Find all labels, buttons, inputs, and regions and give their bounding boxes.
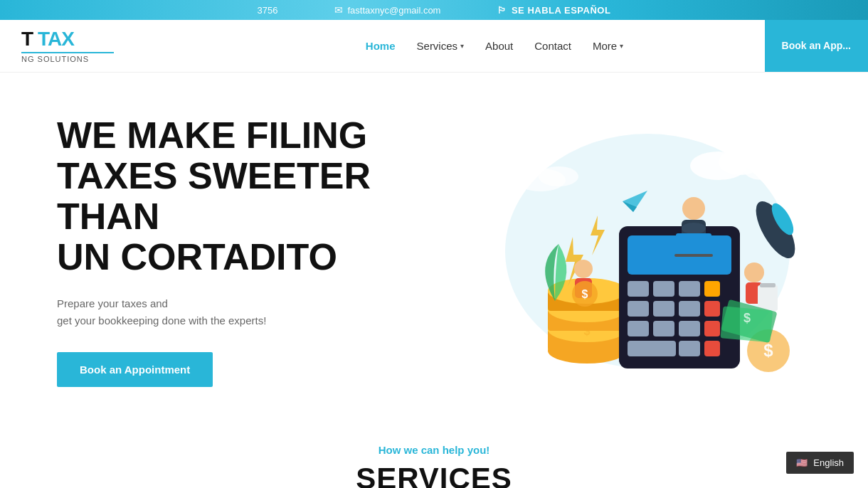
logo-text: T TAX	[21, 28, 114, 51]
language-badge[interactable]: 🇺🇸 English	[786, 452, 854, 474]
svg-point-3	[743, 159, 779, 180]
logo-line	[21, 52, 114, 53]
svg-point-44	[744, 262, 764, 282]
svg-rect-27	[704, 321, 720, 336]
svg-point-40	[574, 260, 593, 278]
services-title: SERVICES	[14, 462, 854, 488]
svg-rect-25	[653, 321, 674, 336]
svg-rect-26	[679, 321, 700, 336]
hero-section: WE MAKE FILING TAXES SWEETER THAN UN COR…	[0, 73, 868, 415]
hero-text-area: WE MAKE FILING TAXES SWEETER THAN UN COR…	[57, 115, 427, 387]
language-label: English	[813, 457, 844, 468]
svg-point-31	[682, 197, 705, 220]
nav-more[interactable]: More ▾	[593, 40, 623, 52]
svg-rect-24	[628, 321, 649, 336]
svg-text:$: $	[763, 341, 773, 360]
nav-about[interactable]: About	[485, 40, 513, 52]
svg-rect-21	[653, 301, 674, 317]
navbar: T TAX NG SOLUTIONS Home Services ▾ About…	[0, 20, 868, 73]
services-teaser: How we can help you! SERVICES	[0, 415, 868, 488]
services-arrow-icon: ▾	[460, 42, 464, 50]
svg-rect-46	[758, 285, 778, 311]
hero-subtitle: Prepare your taxes and get your bookkeep…	[57, 295, 427, 329]
hero-book-button[interactable]: Book an Appointment	[57, 352, 213, 387]
logo: T TAX NG SOLUTIONS	[21, 28, 114, 63]
hero-title: WE MAKE FILING TAXES SWEETER THAN UN COR…	[57, 115, 427, 278]
svg-rect-47	[760, 283, 776, 287]
svg-rect-28	[628, 341, 676, 356]
flag-emoji: 🏳	[497, 5, 507, 16]
svg-rect-17	[653, 281, 674, 297]
svg-text:$: $	[584, 325, 591, 337]
svg-rect-22	[679, 301, 700, 317]
svg-rect-16	[628, 281, 649, 297]
svg-rect-18	[679, 281, 700, 297]
illustration-svg: $	[448, 123, 804, 379]
email-area: ✉ fasttaxnyc@gmail.com	[334, 4, 440, 16]
svg-rect-20	[628, 301, 649, 317]
svg-text:$: $	[582, 288, 588, 300]
svg-rect-23	[704, 301, 720, 317]
flag-icon: 🇺🇸	[796, 457, 808, 468]
nav-services[interactable]: Services ▾	[417, 40, 465, 52]
nav-links: Home Services ▾ About Contact More ▾	[142, 40, 847, 52]
svg-rect-19	[704, 281, 720, 297]
svg-point-5	[539, 166, 578, 186]
svg-rect-35	[674, 254, 713, 257]
more-arrow-icon: ▾	[620, 42, 623, 50]
spanish-label: 🏳 SE HABLA ESPAÑOL	[497, 5, 610, 16]
phone-number: 3756	[258, 5, 278, 16]
top-bar: 3756 ✉ fasttaxnyc@gmail.com 🏳 SE HABLA E…	[0, 0, 868, 20]
email-icon: ✉	[334, 4, 343, 16]
nav-contact[interactable]: Contact	[534, 40, 571, 52]
navbar-book-button[interactable]: Book an App...	[765, 20, 868, 72]
svg-text:$: $	[743, 311, 751, 325]
services-teaser-sub: How we can help you!	[14, 444, 854, 456]
nav-home[interactable]: Home	[366, 40, 396, 52]
logo-sub: NG SOLUTIONS	[21, 55, 114, 63]
svg-rect-34	[676, 233, 711, 255]
svg-rect-29	[679, 341, 700, 356]
hero-illustration: $	[427, 116, 825, 386]
svg-rect-30	[704, 341, 720, 356]
svg-point-33	[682, 223, 706, 234]
email-text: fasttaxnyc@gmail.com	[347, 5, 440, 16]
